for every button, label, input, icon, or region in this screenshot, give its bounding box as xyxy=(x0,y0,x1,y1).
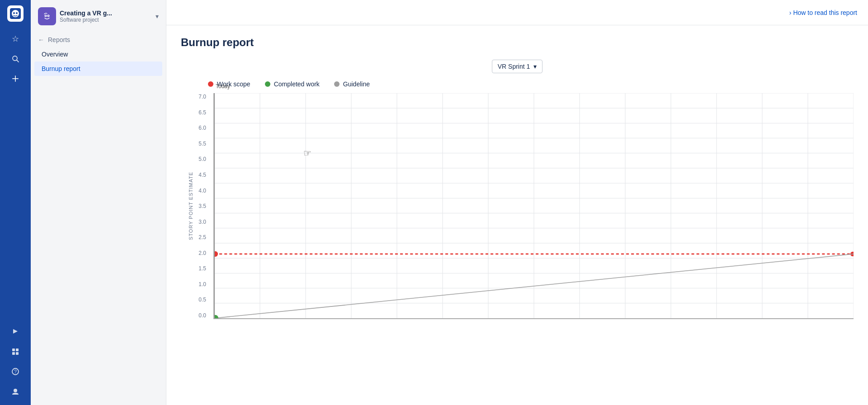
today-line: Today xyxy=(214,93,215,318)
nav-add-icon[interactable] xyxy=(7,71,24,87)
y-tick-05: 0.5 xyxy=(195,297,210,302)
svg-point-3 xyxy=(16,12,18,14)
how-to-read-label: How to read this report xyxy=(793,9,857,16)
guideline-label: Guideline xyxy=(343,80,370,88)
y-tick-5: 5.0 xyxy=(195,156,210,162)
svg-point-2 xyxy=(13,12,15,14)
completed-work-dot xyxy=(265,81,270,87)
y-tick-4: 4.0 xyxy=(195,188,210,193)
y-tick-35: 3.5 xyxy=(195,203,210,209)
svg-point-14 xyxy=(14,389,17,392)
svg-rect-10 xyxy=(12,352,15,355)
main-content: › How to read this report Burnup report … xyxy=(166,0,868,405)
project-type: Software project xyxy=(60,17,152,23)
y-tick-2: 2.0 xyxy=(195,250,210,256)
nav-star-icon[interactable]: ☆ xyxy=(7,31,24,47)
svg-rect-8 xyxy=(12,348,15,351)
nav-user-icon[interactable] xyxy=(7,383,24,400)
svg-point-19 xyxy=(48,15,49,16)
y-ticks: 0.0 0.5 1.0 1.5 2.0 2.5 3.0 3.5 4.0 4.5 … xyxy=(195,93,213,319)
y-axis-label: STORY POINT ESTIMATE xyxy=(188,172,193,240)
sidebar-item-burnup-report[interactable]: Burnup report xyxy=(34,61,162,76)
svg-point-53 xyxy=(214,315,218,318)
back-label: Reports xyxy=(48,36,70,43)
y-tick-15: 1.5 xyxy=(195,266,210,271)
y-tick-25: 2.5 xyxy=(195,235,210,240)
sprint-selector[interactable]: VR Sprint 1 ▾ xyxy=(492,60,543,73)
project-icon xyxy=(38,7,56,25)
svg-text:?: ? xyxy=(14,369,17,374)
y-tick-1: 1.0 xyxy=(195,282,210,287)
sidebar-header: Creating a VR g... Software project ▾ xyxy=(31,0,166,29)
project-chevron-icon[interactable]: ▾ xyxy=(156,13,159,20)
chart-area: Today xyxy=(213,93,854,319)
chart-legend: Work scope Completed work Guideline xyxy=(181,80,854,88)
project-name: Creating a VR g... xyxy=(60,9,132,17)
page-title: Burnup report xyxy=(181,36,854,49)
svg-rect-11 xyxy=(16,352,19,355)
sidebar-item-overview[interactable]: Overview xyxy=(34,47,162,61)
nav-help-icon[interactable]: ? xyxy=(7,363,24,380)
y-tick-3: 3.0 xyxy=(195,219,210,225)
y-tick-65: 6.5 xyxy=(195,110,210,115)
svg-line-5 xyxy=(17,60,19,62)
nav-bar: ☆ ? xyxy=(0,0,31,405)
svg-point-18 xyxy=(45,15,46,16)
how-to-read-link[interactable]: › How to read this report xyxy=(789,9,857,16)
guideline-dot xyxy=(334,81,340,87)
chart-svg: ☞ xyxy=(214,93,854,318)
sidebar: Creating a VR g... Software project ▾ ← … xyxy=(31,0,166,405)
sidebar-item-burnup-label: Burnup report xyxy=(42,65,80,72)
svg-point-50 xyxy=(214,251,218,257)
sprint-selector-row: VR Sprint 1 ▾ xyxy=(181,60,854,73)
nav-grid-icon[interactable] xyxy=(7,344,24,360)
svg-point-15 xyxy=(42,12,52,21)
sprint-dropdown-icon: ▾ xyxy=(533,63,537,70)
completed-work-label: Completed work xyxy=(274,80,320,88)
sidebar-nav: ← Reports Overview Burnup report xyxy=(31,29,166,80)
top-bar: › How to read this report xyxy=(166,0,868,25)
back-arrow-icon: ← xyxy=(38,36,44,43)
svg-rect-9 xyxy=(16,348,19,351)
svg-text:☞: ☞ xyxy=(303,148,311,158)
legend-completed-work: Completed work xyxy=(265,80,320,88)
chart-container: STORY POINT ESTIMATE 0.0 0.5 1.0 1.5 2.0… xyxy=(181,93,854,319)
chevron-right-icon: › xyxy=(789,9,792,16)
y-tick-0: 0.0 xyxy=(195,313,210,318)
legend-guideline: Guideline xyxy=(334,80,370,88)
content-area: Burnup report VR Sprint 1 ▾ Work scope C… xyxy=(166,25,868,405)
y-tick-55: 5.5 xyxy=(195,141,210,146)
sidebar-item-overview-label: Overview xyxy=(42,51,68,58)
nav-flag-icon[interactable] xyxy=(7,324,24,340)
project-info: Creating a VR g... Software project xyxy=(60,9,152,23)
app-logo[interactable] xyxy=(7,5,24,22)
sprint-label: VR Sprint 1 xyxy=(498,63,530,70)
today-label: Today xyxy=(216,83,230,89)
y-tick-45: 4.5 xyxy=(195,172,210,178)
back-button[interactable]: ← Reports xyxy=(31,33,166,47)
y-tick-7: 7.0 xyxy=(195,94,210,99)
work-scope-dot xyxy=(208,81,213,87)
y-tick-6: 6.0 xyxy=(195,125,210,131)
nav-search-icon[interactable] xyxy=(7,51,24,67)
